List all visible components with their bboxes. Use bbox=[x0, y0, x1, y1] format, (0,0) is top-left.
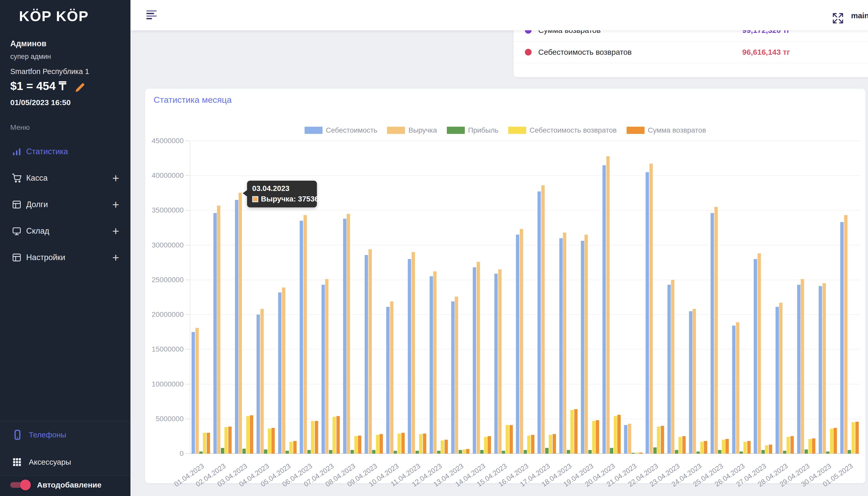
bar-1-0[interactable] bbox=[195, 328, 199, 454]
bar-0-12[interactable] bbox=[451, 301, 454, 454]
bar-0-30[interactable] bbox=[840, 222, 843, 454]
bar-1-3[interactable] bbox=[260, 309, 264, 454]
bar-1-22[interactable] bbox=[671, 280, 674, 454]
bar-1-21[interactable] bbox=[649, 164, 653, 454]
bar-3-14[interactable] bbox=[505, 425, 509, 454]
bar-3-20[interactable] bbox=[635, 453, 639, 454]
bar-2-4[interactable] bbox=[286, 451, 289, 454]
bar-1-27[interactable] bbox=[779, 303, 783, 454]
expand-plus-icon[interactable]: + bbox=[112, 251, 119, 264]
bar-2-3[interactable] bbox=[264, 449, 267, 454]
bar-2-28[interactable] bbox=[805, 449, 808, 454]
bar-3-16[interactable] bbox=[549, 435, 552, 454]
bar-2-16[interactable] bbox=[545, 448, 548, 454]
bar-2-25[interactable] bbox=[740, 451, 743, 454]
bar-4-11[interactable] bbox=[445, 440, 448, 454]
bar-4-29[interactable] bbox=[834, 428, 837, 454]
bar-0-7[interactable] bbox=[343, 219, 347, 454]
bar-0-13[interactable] bbox=[473, 267, 476, 454]
bar-4-24[interactable] bbox=[725, 439, 729, 454]
bar-3-28[interactable] bbox=[808, 439, 812, 454]
bar-4-0[interactable] bbox=[207, 433, 210, 454]
legend-item-0[interactable]: Себестоимость bbox=[305, 126, 377, 135]
bar-0-25[interactable] bbox=[732, 326, 736, 454]
bar-4-4[interactable] bbox=[293, 441, 296, 454]
bar-2-26[interactable] bbox=[761, 450, 765, 454]
sidebar-item-statistics[interactable]: Статистика bbox=[0, 138, 130, 165]
sidebar-item-accessories[interactable]: Аксессуары bbox=[0, 448, 130, 476]
bar-4-17[interactable] bbox=[574, 409, 578, 454]
bar-2-9[interactable] bbox=[394, 451, 397, 454]
bar-3-22[interactable] bbox=[678, 437, 682, 454]
bar-2-7[interactable] bbox=[351, 450, 354, 454]
bar-2-5[interactable] bbox=[307, 450, 311, 454]
bar-1-6[interactable] bbox=[325, 279, 328, 454]
bar-1-26[interactable] bbox=[758, 253, 761, 454]
bar-2-29[interactable] bbox=[826, 451, 830, 454]
bar-3-7[interactable] bbox=[354, 436, 358, 454]
bar-4-5[interactable] bbox=[315, 421, 318, 454]
bar-1-24[interactable] bbox=[714, 207, 718, 454]
bar-2-24[interactable] bbox=[718, 450, 721, 454]
bar-1-7[interactable] bbox=[347, 214, 350, 454]
bar-4-12[interactable] bbox=[466, 449, 469, 454]
bar-3-3[interactable] bbox=[268, 429, 271, 454]
bar-0-21[interactable] bbox=[646, 172, 649, 454]
bar-1-16[interactable] bbox=[541, 185, 545, 454]
bar-3-26[interactable] bbox=[765, 445, 768, 454]
bar-0-27[interactable] bbox=[775, 307, 779, 454]
bar-0-16[interactable] bbox=[537, 191, 541, 454]
bar-4-25[interactable] bbox=[747, 441, 751, 454]
bar-1-8[interactable] bbox=[369, 249, 372, 454]
bar-0-26[interactable] bbox=[754, 259, 757, 454]
bar-0-20[interactable] bbox=[624, 425, 627, 454]
bar-2-17[interactable] bbox=[567, 450, 570, 454]
bar-2-12[interactable] bbox=[459, 450, 462, 454]
bar-3-19[interactable] bbox=[614, 416, 617, 454]
bar-4-18[interactable] bbox=[596, 420, 599, 454]
bar-2-20[interactable] bbox=[631, 453, 635, 454]
bar-1-12[interactable] bbox=[455, 297, 458, 454]
bar-3-13[interactable] bbox=[484, 437, 487, 454]
bar-3-18[interactable] bbox=[592, 421, 596, 454]
bar-4-26[interactable] bbox=[769, 445, 772, 454]
topbar-user-label[interactable]: main bbox=[851, 11, 868, 20]
bar-0-2[interactable] bbox=[235, 200, 238, 454]
expand-plus-icon[interactable]: + bbox=[112, 171, 119, 185]
bar-0-4[interactable] bbox=[278, 293, 282, 454]
bar-0-29[interactable] bbox=[819, 286, 822, 454]
bar-0-8[interactable] bbox=[365, 255, 368, 454]
bar-4-10[interactable] bbox=[423, 434, 426, 454]
bar-4-14[interactable] bbox=[510, 425, 513, 454]
bar-2-11[interactable] bbox=[437, 451, 440, 454]
bar-2-21[interactable] bbox=[653, 447, 657, 454]
bar-1-15[interactable] bbox=[520, 229, 523, 454]
bar-0-9[interactable] bbox=[386, 307, 389, 454]
bar-0-11[interactable] bbox=[430, 276, 433, 454]
bar-4-6[interactable] bbox=[336, 416, 340, 454]
bar-4-19[interactable] bbox=[617, 415, 621, 454]
bar-2-10[interactable] bbox=[416, 451, 419, 454]
bar-4-23[interactable] bbox=[704, 441, 707, 454]
bar-0-0[interactable] bbox=[192, 332, 195, 454]
bar-4-15[interactable] bbox=[531, 435, 534, 454]
bar-2-23[interactable] bbox=[696, 451, 700, 454]
bar-3-30[interactable] bbox=[852, 422, 855, 454]
bar-1-11[interactable] bbox=[433, 272, 437, 454]
bar-3-5[interactable] bbox=[311, 421, 314, 454]
returns-row-cost[interactable]: Себестоимость возвратов 96,616,143 тг bbox=[514, 41, 868, 63]
bar-2-22[interactable] bbox=[675, 450, 678, 454]
bar-0-1[interactable] bbox=[213, 213, 217, 454]
bar-2-13[interactable] bbox=[480, 450, 484, 454]
legend-item-4[interactable]: Сумма возвратов bbox=[627, 126, 706, 135]
bar-0-23[interactable] bbox=[689, 311, 692, 454]
bar-1-30[interactable] bbox=[844, 215, 848, 454]
bar-3-29[interactable] bbox=[830, 429, 833, 454]
bar-4-27[interactable] bbox=[790, 436, 794, 454]
bar-3-21[interactable] bbox=[657, 427, 660, 454]
bar-2-30[interactable] bbox=[848, 450, 851, 454]
sidebar-item-settings[interactable]: Настройки + bbox=[0, 244, 130, 270]
bar-3-23[interactable] bbox=[700, 442, 704, 454]
legend-item-3[interactable]: Себестоимость возвратов bbox=[508, 126, 617, 135]
bar-3-15[interactable] bbox=[527, 436, 531, 454]
